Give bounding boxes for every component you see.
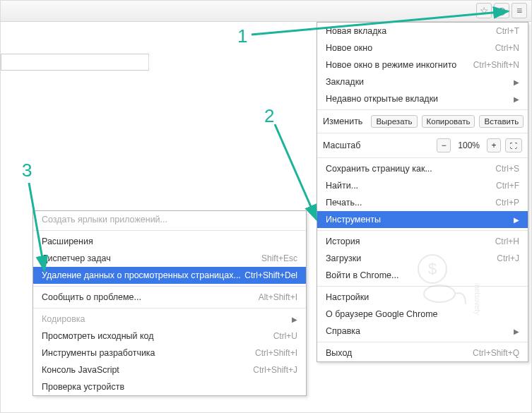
label: История [326, 237, 360, 246]
menu-save-as[interactable]: Сохранить страницу как...Ctrl+S [317, 160, 528, 177]
separator [33, 286, 306, 287]
main-menu: Новая вкладкаCtrl+T Новое окноCtrl+N Нов… [317, 22, 528, 362]
shortcut: Ctrl+Shift+I [255, 348, 297, 358]
menu-tools[interactable]: Инструменты▶ [317, 211, 528, 228]
shortcut: Ctrl+F [496, 181, 519, 191]
menu-signin[interactable]: Войти в Chrome... [317, 267, 528, 284]
copy-button[interactable]: Копировать [422, 115, 475, 128]
cut-button[interactable]: Вырезать [371, 115, 417, 128]
shortcut: Ctrl+U [273, 331, 297, 341]
chevron-right-icon: ▶ [514, 328, 519, 335]
label: Кодировка [42, 314, 85, 324]
shortcut: Alt+Shift+I [259, 292, 297, 302]
separator [317, 133, 528, 133]
shortcut: Shift+Esc [261, 253, 297, 263]
label: Войти в Chrome... [326, 270, 398, 280]
label: Новое окно [326, 43, 372, 53]
chevron-right-icon: ▶ [514, 95, 519, 103]
menu-edit-row: Изменить Вырезать Копировать Вставить [317, 112, 528, 131]
label: Недавно открытые вкладки [326, 94, 438, 104]
menu-recent-tabs[interactable]: Недавно открытые вкладки▶ [317, 90, 528, 107]
shortcut: Ctrl+Shift+Q [473, 348, 519, 358]
label: Инструменты разработчика [42, 348, 155, 358]
shortcut: Ctrl+Shift+Del [244, 270, 297, 280]
zoom-out-button[interactable]: − [437, 138, 451, 152]
chevron-right-icon: ▶ [514, 216, 519, 224]
label: Загрузки [326, 253, 361, 263]
paste-button[interactable]: Вставить [479, 115, 524, 128]
label: Расширения [42, 237, 93, 246]
submenu-clear-browsing-data[interactable]: Удаление данных о просмотренных страница… [33, 267, 306, 284]
zoom-label: Масштаб [323, 140, 360, 150]
label: Справка [326, 326, 360, 336]
zoom-value: 100% [455, 140, 483, 150]
submenu-view-source[interactable]: Просмотреть исходный кодCtrl+U [33, 328, 306, 345]
svg-line-5 [275, 124, 317, 220]
menu-find[interactable]: Найти...Ctrl+F [317, 177, 528, 194]
menu-downloads[interactable]: ЗагрузкиCtrl+J [317, 250, 528, 267]
submenu-js-console[interactable]: Консоль JavaScriptCtrl+Shift+J [33, 361, 306, 378]
menu-about[interactable]: О браузере Google Chrome [317, 306, 528, 323]
tools-submenu: Создать ярлыки приложений... Расширения … [32, 210, 307, 396]
separator [317, 342, 528, 342]
submenu-encoding[interactable]: Кодировка▶ [33, 311, 306, 328]
shortcut: Ctrl+J [497, 253, 519, 263]
menu-settings[interactable]: Настройки [317, 289, 528, 306]
submenu-inspect-devices[interactable]: Проверка устройств [33, 378, 306, 395]
label: Печать... [326, 198, 362, 208]
browser-topbar: ☆ ◐ ≡ [1, 1, 531, 22]
menu-icon[interactable]: ≡ [512, 3, 527, 18]
label: Инструменты [326, 215, 381, 225]
label: Удаление данных о просмотренных страница… [42, 270, 241, 280]
label: Консоль JavaScript [42, 365, 119, 375]
menu-print[interactable]: Печать...Ctrl+P [317, 194, 528, 211]
menu-new-tab[interactable]: Новая вкладкаCtrl+T [317, 23, 528, 40]
menu-history[interactable]: ИсторияCtrl+H [317, 233, 528, 250]
shortcut: Ctrl+N [495, 43, 519, 53]
label: О браузере Google Chrome [326, 309, 438, 319]
label: Создать ярлыки приложений... [42, 215, 167, 225]
annotation-3: 3 [22, 160, 32, 181]
menu-new-window[interactable]: Новое окноCtrl+N [317, 40, 528, 56]
label: Новая вкладка [326, 26, 386, 36]
shortcut: Ctrl+Shift+J [253, 365, 297, 375]
shortcut: Ctrl+T [496, 26, 519, 36]
menu-zoom-row: Масштаб − 100% + ⛶ [317, 136, 528, 155]
user-icon[interactable]: ◐ [494, 3, 509, 18]
label: Сохранить страницу как... [326, 164, 432, 174]
submenu-create-shortcuts: Создать ярлыки приложений... [33, 211, 306, 228]
fullscreen-button[interactable]: ⛶ [505, 138, 522, 152]
shortcut: Ctrl+H [495, 237, 519, 246]
chevron-right-icon: ▶ [292, 316, 297, 323]
menu-exit[interactable]: ВыходCtrl+Shift+Q [317, 345, 528, 361]
label: Сообщить о проблеме... [42, 292, 141, 302]
zoom-in-button[interactable]: + [487, 138, 501, 152]
label: Найти... [326, 181, 358, 191]
separator [317, 286, 528, 287]
menu-incognito[interactable]: Новое окно в режиме инкогнитоCtrl+Shift+… [317, 56, 528, 73]
separator [317, 230, 528, 231]
label: Настройки [326, 292, 369, 302]
label: Новое окно в режиме инкогнито [326, 60, 456, 70]
label: Закладки [326, 77, 364, 87]
label: Просмотреть исходный код [42, 331, 154, 341]
edit-label: Изменить [323, 116, 362, 126]
annotation-2: 2 [264, 105, 274, 127]
annotation-1: 1 [237, 25, 247, 47]
label: Проверка устройств [42, 382, 124, 392]
shortcut: Ctrl+P [495, 198, 519, 208]
label: Диспетчер задач [42, 253, 111, 263]
star-icon[interactable]: ☆ [476, 3, 492, 18]
menu-bookmarks[interactable]: Закладки▶ [317, 73, 528, 90]
shortcut: Ctrl+S [495, 164, 519, 174]
submenu-extensions[interactable]: Расширения [33, 233, 306, 250]
submenu-report-issue[interactable]: Сообщить о проблеме...Alt+Shift+I [33, 289, 306, 306]
label: Выход [326, 348, 352, 358]
search-input[interactable] [1, 54, 149, 71]
shortcut: Ctrl+Shift+N [473, 60, 519, 70]
separator [33, 308, 306, 309]
menu-help[interactable]: Справка▶ [317, 323, 528, 340]
submenu-task-manager[interactable]: Диспетчер задачShift+Esc [33, 250, 306, 267]
separator [33, 230, 306, 231]
submenu-dev-tools[interactable]: Инструменты разработчикаCtrl+Shift+I [33, 345, 306, 361]
